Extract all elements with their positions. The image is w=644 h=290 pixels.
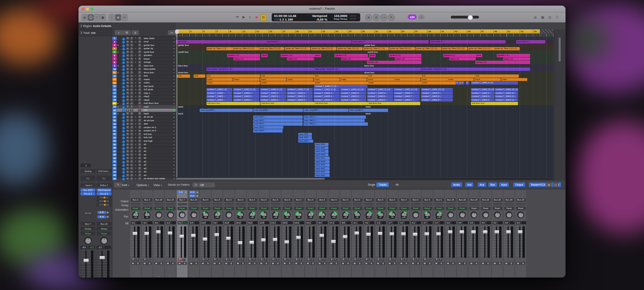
freeze-icon[interactable]: ❄ [134, 143, 137, 146]
solo-button[interactable]: S [130, 116, 133, 119]
record-enable-button[interactable]: R [138, 102, 141, 105]
freeze-icon[interactable]: ❄ [134, 78, 137, 81]
record-enable-button[interactable]: R [138, 150, 141, 153]
freeze-icon[interactable]: ❄ [134, 54, 137, 57]
mute-button[interactable]: M [126, 41, 129, 44]
automation-mode-button[interactable]: Read [504, 207, 514, 210]
region[interactable]: main vocal#07 ○ [303, 109, 348, 112]
browsers-icon[interactable]: ⌸ [554, 14, 560, 20]
db-value[interactable]: -2,2 [97, 246, 103, 249]
solo-button[interactable]: S [130, 147, 133, 149]
mixer-strip-rotor-cab[interactable]: Bus 28Read0,0MSrotor cab [492, 190, 503, 278]
solo-button[interactable]: S [130, 153, 133, 156]
fader-track[interactable] [318, 226, 327, 258]
solo-button[interactable]: S [439, 262, 444, 265]
region[interactable]: Untitled 7_16#02.3 ○ [287, 99, 313, 102]
mute-button[interactable]: M [399, 262, 404, 265]
record-enable-button[interactable]: R [138, 140, 141, 143]
play-icon[interactable]: ▶ [241, 14, 246, 20]
region[interactable]: Untitled 7_16#02.7 ○ [394, 99, 420, 102]
automation-mode-button[interactable]: Read [516, 207, 526, 210]
mixer-strip-main[interactable]: Bus 29Read-2,2MS›main [165, 190, 176, 278]
region[interactable]: snare [206, 81, 260, 85]
mute-button[interactable]: M [504, 262, 509, 265]
automation-mode-button[interactable]: Read [224, 207, 234, 210]
record-button[interactable]: R [307, 259, 310, 261]
ruler-cycle-band[interactable]: 1357911131517192123252729313335373941434… [176, 29, 540, 33]
input-monitor-button[interactable]: I [346, 259, 349, 261]
fader-track[interactable] [166, 226, 175, 258]
mixer-strip-tas-n-high[interactable]: Bus 6Read-31-3,7RIMStas n...high [422, 190, 433, 278]
record-enable-button[interactable]: R [138, 123, 141, 126]
group-slot[interactable] [516, 203, 526, 206]
db-value[interactable]: -5,0 [213, 221, 217, 224]
automation-mode-button[interactable]: Read [178, 207, 187, 210]
mute-button[interactable]: M [178, 262, 182, 265]
solo-button[interactable]: S [130, 89, 133, 91]
hide-tracks-button[interactable]: S [132, 30, 139, 35]
group-slot[interactable] [423, 203, 432, 206]
db-value[interactable]: 0,0 [504, 221, 509, 224]
tuner-icon[interactable]: −+ [380, 14, 387, 21]
plugin-slot[interactable]: CLA!als [97, 203, 111, 206]
region[interactable]: Untitled 7_12#01.6 (-3) [260, 88, 286, 91]
freeze-icon[interactable]: ❄ [134, 174, 137, 177]
mute-button[interactable]: M [446, 262, 450, 265]
strip-disclosure-icon[interactable]: › [165, 276, 176, 278]
region[interactable]: snare [367, 78, 394, 81]
region[interactable]: guitar rig: Take 2.4 (-2) [285, 47, 310, 50]
strip-disclosure-icon[interactable]: › [188, 276, 199, 278]
mute-button[interactable]: M [126, 106, 129, 108]
horizontal-scroll-thumb[interactable] [176, 178, 325, 180]
solo-button[interactable]: S [182, 262, 187, 265]
group-slot[interactable] [178, 203, 187, 206]
region[interactable]: U [456, 81, 460, 85]
record-button[interactable]: R [400, 259, 403, 261]
fader-track[interactable] [224, 226, 233, 258]
output-slot[interactable]: Bus 6 [364, 198, 374, 202]
automation-mode-button[interactable]: Read [469, 207, 479, 210]
solo-button[interactable]: S [369, 262, 374, 265]
fader-handle[interactable] [99, 256, 105, 259]
solo-button[interactable]: S [130, 51, 133, 54]
region[interactable]: real drum bus [471, 102, 518, 105]
disclosure-icon[interactable]: ▾ [118, 112, 119, 115]
region[interactable]: Untitled 7_16#02.6 ○ [367, 99, 393, 102]
db-value[interactable]: -11,8 [224, 221, 229, 224]
group-slot[interactable] [259, 203, 269, 206]
solo-button[interactable]: S [130, 174, 133, 177]
mute-button[interactable]: M [126, 64, 129, 67]
region[interactable]: guitar rig: Take 2.5 (-2) [311, 47, 336, 50]
solo-button[interactable]: S [474, 262, 479, 265]
region[interactable]: back 4#20 [315, 164, 330, 167]
region[interactable]: U [466, 81, 470, 85]
record-enable-button[interactable]: R [138, 143, 141, 146]
group-slot[interactable] [236, 203, 246, 206]
fader-track[interactable] [446, 226, 455, 258]
solo-button[interactable]: S [241, 262, 245, 265]
clock-icon[interactable]: ◷ [192, 182, 199, 187]
library-icon[interactable]: ▤ [82, 14, 88, 21]
mute-button[interactable]: M [126, 150, 129, 153]
db-value[interactable]: -4,2 [364, 221, 369, 224]
output-slot[interactable]: Bus 6 [294, 198, 304, 202]
region[interactable]: bass guitar: Comp B.2 (-2) ○ [421, 68, 530, 71]
add-track-button[interactable]: + [115, 30, 123, 35]
region[interactable]: kick [260, 75, 314, 78]
solo-button[interactable]: S [206, 262, 210, 265]
region[interactable]: real drum bus [206, 102, 260, 105]
region[interactable]: glocken (-2) [497, 54, 530, 57]
fader-track[interactable] [142, 226, 152, 258]
record-enable-button[interactable]: R [138, 174, 141, 177]
output-slot[interactable]: Bus 6 [376, 198, 386, 202]
click-off-icon[interactable]: ⊘ [373, 14, 380, 21]
region[interactable]: main vocal#16 ○ [349, 109, 388, 112]
region[interactable]: vinyl-noise ○ [176, 40, 266, 44]
solo-button[interactable]: S [130, 157, 133, 160]
solo-off-icon[interactable]: ⊗ [365, 14, 372, 21]
input-monitor-button[interactable]: I [416, 259, 419, 261]
region[interactable]: Untitled 7_15#03.5 ○ [340, 95, 366, 98]
mixer-strip-doubler[interactable]: Bus 28Read0,0MSdoubler [469, 190, 479, 278]
fader-track[interactable] [294, 226, 303, 258]
region[interactable]: back 3#05 ○ [253, 126, 283, 129]
